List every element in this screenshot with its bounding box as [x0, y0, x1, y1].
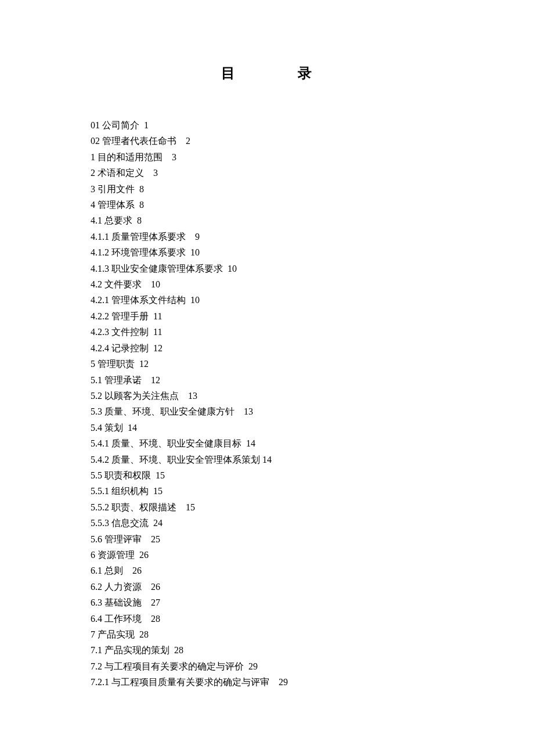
toc-entry-label: 4.1.2 环境管理体系要求 [91, 247, 186, 257]
toc-entry-gap [123, 566, 132, 575]
toc-entry-page: 13 [244, 406, 253, 416]
toc-entry-page: 11 [153, 327, 162, 337]
toc-entry: 2 术语和定义 3 [91, 165, 534, 181]
toc-entry-page: 8 [139, 200, 144, 210]
toc-entry-gap [132, 215, 137, 225]
toc-entry-label: 5.5.1 组织机构 [91, 486, 149, 496]
toc-entry-page: 9 [195, 232, 200, 242]
toc-entry-page: 11 [153, 311, 162, 321]
toc-entry: 4.2 文件要求 10 [91, 276, 534, 292]
toc-entry-gap [135, 550, 139, 560]
toc-entry-gap [234, 406, 244, 416]
toc-entry-page: 10 [151, 279, 160, 289]
toc-entry: 7 产品实现 28 [91, 627, 534, 642]
toc-entry-label: 4.2.4 记录控制 [91, 343, 149, 353]
toc-entry-label: 4.2.1 管理体系文件结构 [91, 295, 186, 305]
toc-entry-gap [169, 645, 174, 655]
toc-entry-page: 15 [156, 470, 165, 480]
toc-entry-label: 5.4.1 质量、环境、职业安全健康目标 [91, 438, 241, 448]
toc-entry-gap [142, 375, 151, 385]
toc-entry: 4 管理体系 8 [91, 197, 534, 213]
toc-entry-gap [144, 168, 153, 178]
toc-entry-gap [139, 120, 144, 130]
toc-entry-gap [149, 518, 153, 528]
toc-entry-gap [142, 279, 151, 289]
toc-entry-label: 6.1 总则 [91, 566, 123, 575]
toc-entry-label: 02 管理者代表任命书 [91, 136, 176, 146]
toc-entry-gap [176, 136, 186, 146]
title-char-1: 目 [221, 66, 236, 81]
table-of-contents: 01 公司简介 102 管理者代表任命书 21 目的和适用范围 32 术语和定义… [91, 117, 534, 690]
toc-entry: 5.1 管理承诺 12 [91, 372, 534, 388]
toc-entry-page: 8 [139, 184, 144, 194]
toc-entry-gap [241, 438, 246, 448]
toc-entry-page: 15 [186, 502, 195, 512]
toc-entry: 4.2.2 管理手册 11 [91, 308, 534, 324]
toc-entry-label: 7 产品实现 [91, 629, 135, 639]
toc-entry-page: 14 [246, 438, 255, 448]
toc-entry: 7.2 与工程项目有关要求的确定与评价 29 [91, 658, 534, 674]
toc-entry-label: 4.2.2 管理手册 [91, 311, 149, 321]
toc-entry-label: 5.1 管理承诺 [91, 375, 142, 385]
toc-entry-gap [186, 247, 190, 257]
toc-entry-label: 4 管理体系 [91, 200, 135, 210]
toc-entry: 6.2 人力资源 26 [91, 579, 534, 595]
toc-entry-page: 27 [151, 597, 160, 607]
toc-entry-page: 10 [228, 264, 237, 273]
toc-entry-label: 5.5 职责和权限 [91, 470, 151, 480]
toc-entry: 4.2.3 文件控制 11 [91, 324, 534, 340]
toc-entry-gap [223, 264, 228, 273]
toc-entry-page: 24 [153, 518, 163, 528]
toc-entry-gap [135, 359, 139, 369]
toc-entry-page: 2 [186, 136, 190, 146]
toc-entry-gap [179, 391, 188, 401]
toc-entry-gap [149, 311, 153, 321]
toc-entry-gap [135, 184, 139, 194]
toc-entry-page: 3 [172, 152, 176, 162]
toc-entry-page: 28 [151, 614, 160, 624]
toc-entry-page: 10 [190, 247, 200, 257]
toc-entry-label: 01 公司简介 [91, 120, 139, 130]
toc-entry: 02 管理者代表任命书 2 [91, 133, 534, 149]
toc-entry-label: 1 目的和适用范围 [91, 152, 163, 162]
toc-entry-label: 6.3 基础设施 [91, 597, 142, 607]
toc-entry-page: 26 [132, 566, 142, 575]
toc-entry-page: 14 [128, 423, 137, 433]
toc-entry-label: 6 资源管理 [91, 550, 135, 560]
toc-entry-gap [151, 470, 156, 480]
toc-entry-page: 12 [151, 375, 160, 385]
toc-entry: 7.2.1 与工程项目质量有关要求的确定与评审 29 [91, 674, 534, 690]
toc-entry-label: 3 引用文件 [91, 184, 135, 194]
toc-entry-label: 7.1 产品实现的策划 [91, 645, 169, 655]
toc-entry: 01 公司简介 1 [91, 117, 534, 133]
toc-entry-label: 5.5.3 信息交流 [91, 518, 149, 528]
toc-entry-label: 4.1 总要求 [91, 215, 132, 225]
toc-entry-label: 6.4 工作环境 [91, 614, 142, 624]
toc-entry: 6.1 总则 26 [91, 563, 534, 578]
toc-entry-page: 25 [151, 534, 160, 544]
toc-entry-label: 4.2.3 文件控制 [91, 327, 149, 337]
toc-entry-label: 5.5.2 职责、权限描述 [91, 502, 176, 512]
toc-entry: 6 资源管理 26 [91, 547, 534, 563]
toc-entry: 3 引用文件 8 [91, 181, 534, 197]
toc-entry-label: 7.2.1 与工程项目质量有关要求的确定与评审 [91, 677, 269, 687]
toc-entry: 5.6 管理评审 25 [91, 531, 534, 547]
toc-entry-gap [142, 614, 151, 624]
title-char-2: 录 [298, 66, 313, 81]
toc-entry-page: 29 [248, 661, 258, 671]
toc-entry-gap [135, 200, 139, 210]
toc-entry: 6.3 基础设施 27 [91, 595, 534, 610]
toc-entry: 5.3 质量、环境、职业安全健康方针 13 [91, 404, 534, 419]
toc-entry-page: 12 [153, 343, 163, 353]
toc-entry-page: 12 [139, 359, 149, 369]
toc-entry-page: 1 [144, 120, 149, 130]
toc-entry: 6.4 工作环境 28 [91, 611, 534, 627]
page-container: 目 录 01 公司简介 102 管理者代表任命书 21 目的和适用范围 32 术… [0, 0, 534, 690]
toc-entry-label: 4.2 文件要求 [91, 279, 142, 289]
toc-entry-label: 4.1.3 职业安全健康管理体系要求 [91, 264, 223, 273]
toc-entry: 4.2.1 管理体系文件结构 10 [91, 292, 534, 308]
toc-entry-label: 5.2 以顾客为关注焦点 [91, 391, 179, 401]
toc-entry-gap [142, 597, 151, 607]
toc-entry-gap [142, 534, 151, 544]
toc-entry-gap [244, 661, 248, 671]
